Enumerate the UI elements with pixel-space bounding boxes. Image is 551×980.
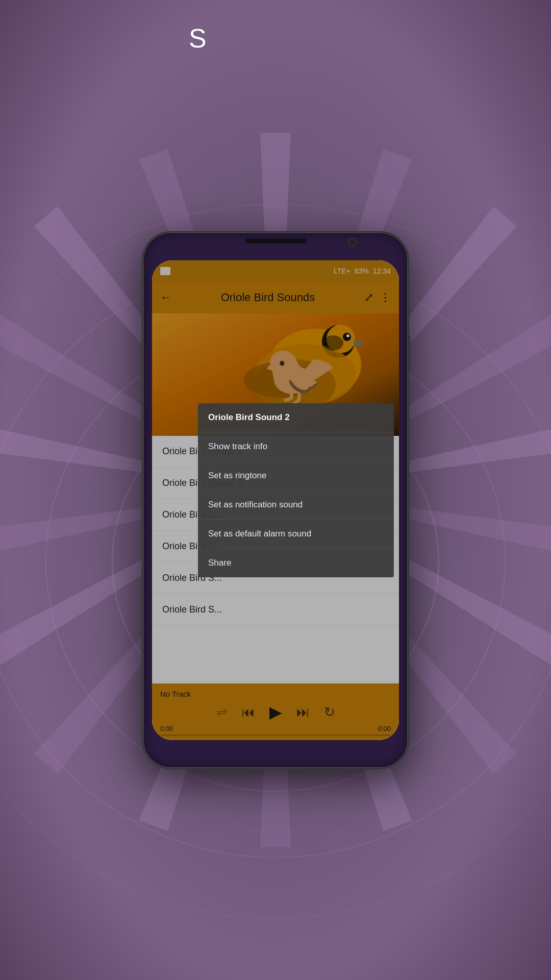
context-menu-item-set-ringtone[interactable]: Set as ringtone xyxy=(198,461,394,491)
phone-screen: LTE+ 63% 12:34 ← Oriole Bird Sounds ⤢ ⋮ xyxy=(152,260,399,740)
phone-camera xyxy=(348,237,357,247)
context-menu-item-show-track-info[interactable]: Show track info xyxy=(198,432,394,461)
context-menu: Oriole Bird Sound 2 Show track info Set … xyxy=(198,403,394,577)
context-menu-item-set-alarm[interactable]: Set as default alarm sound xyxy=(198,520,394,549)
phone-notch xyxy=(245,238,306,243)
background-letter: S xyxy=(189,23,207,54)
context-menu-title: Oriole Bird Sound 2 xyxy=(198,403,394,432)
side-button xyxy=(408,334,410,370)
context-menu-item-set-notification[interactable]: Set as notification sound xyxy=(198,491,394,520)
phone-device: LTE+ 63% 12:34 ← Oriole Bird Sounds ⤢ ⋮ xyxy=(143,232,408,768)
context-menu-item-share[interactable]: Share xyxy=(198,549,394,577)
